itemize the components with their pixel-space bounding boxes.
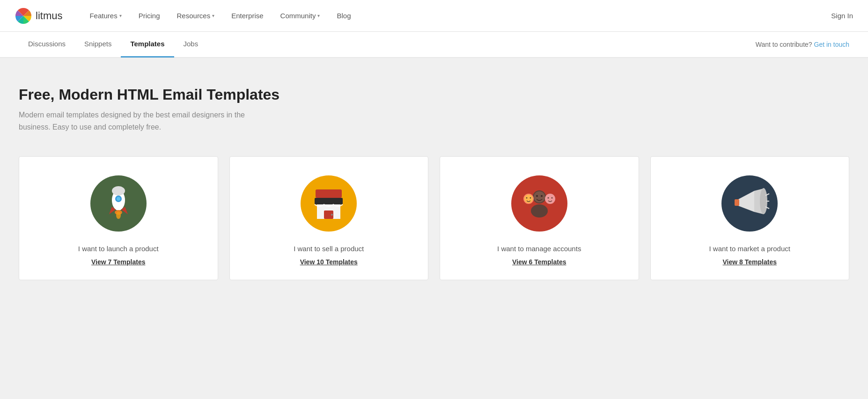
hero-title: Free, Modern HTML Email Templates: [19, 86, 849, 103]
store-icon: [310, 185, 347, 222]
nav-resources[interactable]: Resources ▾: [169, 0, 223, 32]
nav-blog[interactable]: Blog: [328, 0, 359, 32]
tab-templates[interactable]: Templates: [121, 31, 174, 58]
svg-point-15: [531, 204, 548, 218]
rocket-icon-container: [90, 175, 147, 232]
card-launch-label: I want to launch a product: [78, 245, 159, 253]
nav-links: Features ▾ Pricing Resources ▾ Enterpris…: [81, 0, 831, 32]
main-content: Free, Modern HTML Email Templates Modern…: [0, 58, 868, 318]
svg-point-29: [760, 188, 767, 214]
nav-features[interactable]: Features ▾: [81, 0, 130, 32]
logo-icon: [15, 7, 32, 24]
card-accounts-link[interactable]: View 6 Templates: [512, 258, 566, 266]
chevron-icon: ▾: [119, 13, 122, 18]
megaphone-icon: [730, 186, 770, 221]
megaphone-icon-container: [721, 175, 778, 232]
main-nav: litmus Features ▾ Pricing Resources ▾ En…: [0, 0, 868, 32]
nav-enterprise[interactable]: Enterprise: [223, 0, 272, 32]
store-icon-container: [301, 175, 357, 232]
contribute-section: Want to contribute? Get in touch: [756, 41, 849, 48]
svg-marker-27: [738, 191, 754, 212]
card-sell: I want to sell a product View 10 Templat…: [229, 156, 429, 280]
nav-pricing[interactable]: Pricing: [130, 0, 169, 32]
hero-description: Modern email templates designed by the b…: [19, 109, 253, 133]
svg-point-8: [116, 211, 121, 219]
svg-point-4: [117, 197, 120, 201]
svg-point-2: [112, 186, 125, 196]
card-sell-link[interactable]: View 10 Templates: [300, 258, 358, 266]
svg-point-16: [534, 191, 545, 203]
card-accounts-label: I want to manage accounts: [497, 245, 581, 253]
svg-point-26: [551, 197, 552, 199]
chevron-icon: ▾: [212, 13, 214, 18]
card-launch-link[interactable]: View 7 Templates: [91, 258, 145, 266]
card-accounts: I want to manage accounts View 6 Templat…: [440, 156, 639, 280]
template-cards: I want to launch a product View 7 Templa…: [19, 156, 849, 280]
svg-rect-12: [315, 198, 343, 204]
subnav: Discussions Snippets Templates Jobs Want…: [0, 32, 868, 58]
logo-text: litmus: [36, 10, 62, 22]
svg-point-11: [331, 214, 333, 216]
people-icon: [518, 185, 560, 222]
card-market-link[interactable]: View 8 Templates: [723, 258, 777, 266]
tab-snippets[interactable]: Snippets: [75, 31, 121, 58]
rocket-icon: [100, 182, 137, 225]
svg-point-22: [530, 197, 531, 199]
card-market-label: I want to market a product: [709, 245, 790, 253]
tab-discussions[interactable]: Discussions: [19, 31, 75, 58]
svg-point-21: [526, 197, 527, 199]
signin-link[interactable]: Sign In: [831, 12, 853, 20]
people-icon-container: [511, 175, 567, 232]
card-market: I want to market a product View 8 Templa…: [650, 156, 850, 280]
logo-link[interactable]: litmus: [15, 7, 62, 24]
tab-jobs[interactable]: Jobs: [174, 31, 208, 58]
card-sell-label: I want to sell a product: [294, 245, 364, 253]
svg-point-17: [536, 195, 538, 197]
svg-rect-13: [316, 189, 342, 198]
get-in-touch-link[interactable]: Get in touch: [814, 41, 850, 48]
subnav-tabs: Discussions Snippets Templates Jobs: [19, 31, 207, 58]
card-launch: I want to launch a product View 7 Templa…: [19, 156, 218, 280]
svg-point-25: [547, 197, 549, 199]
svg-point-18: [541, 195, 543, 197]
svg-rect-30: [735, 199, 739, 206]
nav-community[interactable]: Community ▾: [272, 0, 329, 32]
chevron-icon: ▾: [317, 13, 320, 18]
